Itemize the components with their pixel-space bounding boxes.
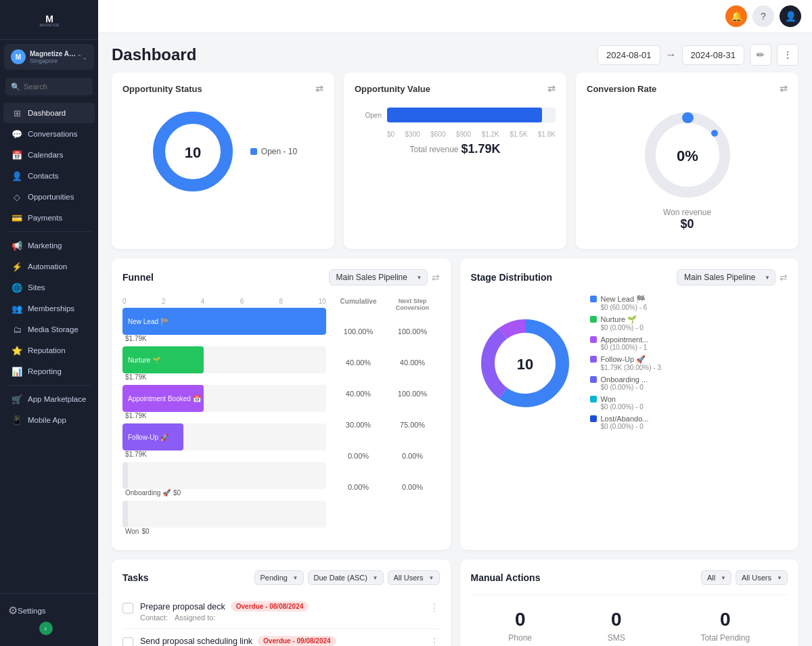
stat-row: 40.00% 40.00% (332, 349, 440, 376)
more-options-button[interactable]: ⋮ (777, 44, 798, 66)
sidebar-item-app-marketplace[interactable]: 🛒 App Marketplace (3, 389, 95, 409)
revenue-label: Total revenue (409, 145, 458, 154)
funnel-header-left: Funnel (122, 272, 154, 283)
task-meta: Contact: Assigned to: (140, 614, 422, 622)
agency-avatar: M (11, 49, 26, 64)
opportunity-status-title: Opportunity Status ⇄ (122, 83, 323, 94)
stage-legend-item: Onboarding ...$0 (0.00%) - 0 (590, 375, 788, 391)
search-icon: 🔍 (11, 83, 20, 91)
opportunity-value-settings-icon[interactable]: ⇄ (547, 83, 556, 94)
sidebar-item-opportunities[interactable]: ◇ Opportunities (3, 187, 95, 207)
tasks-card: Tasks Pending Due Date (ASC) (112, 559, 451, 646)
stage-legend-item: Appointment...$0 (10.00%) - 1 (590, 336, 788, 351)
stat-row: 30.00% 75.00% (332, 411, 440, 438)
ma-users-select[interactable]: All Users (736, 570, 788, 585)
user-avatar[interactable]: 👤 (780, 5, 801, 27)
memberships-icon: 👥 (12, 303, 22, 314)
sidebar-item-dashboard[interactable]: ⊞ Dashboard (3, 103, 95, 123)
topbar: 🔔 ? 👤 (98, 0, 812, 33)
sidebar-item-label: Automation (28, 262, 67, 271)
legend-text: New Lead 🏁$0 (60.00%) - 6 (601, 295, 648, 311)
manual-actions-header: Manual Actions All All Users (471, 570, 788, 585)
funnel-row: Won$0 (122, 501, 326, 535)
sites-icon: 🌐 (12, 282, 22, 293)
date-start[interactable]: 2024-08-01 (597, 45, 660, 65)
sidebar-item-reporting[interactable]: 📊 Reporting (3, 361, 95, 382)
sidebar-item-label: Calendars (28, 151, 63, 159)
funnel-x-axis: 0 2 4 6 8 10 (122, 295, 326, 305)
notification-icon[interactable]: 🔔 (725, 5, 747, 27)
task-more-icon[interactable]: ⋮ (429, 601, 440, 614)
agency-name: Magnetize Agency (30, 50, 76, 57)
tasks-users-select[interactable]: All Users (388, 570, 440, 585)
sidebar-item-contacts[interactable]: 👤 Contacts (3, 166, 95, 186)
conversion-rate-settings-icon[interactable]: ⇄ (780, 83, 788, 94)
task-overdue-badge: Overdue - 08/08/2024 (231, 601, 309, 612)
funnel-settings-icon[interactable]: ⇄ (432, 272, 440, 283)
sidebar-item-calendars[interactable]: 📅 Calendars (3, 145, 95, 165)
manual-actions-filters: All All Users (701, 570, 788, 585)
sidebar-item-automation[interactable]: ⚡ Automation (3, 256, 95, 277)
revenue-row: Total revenue $1.79K (355, 142, 556, 156)
ma-phone-label: Phone (508, 633, 532, 643)
reporting-icon: 📊 (12, 366, 22, 377)
sidebar-item-settings[interactable]: ⚙ Settings (0, 599, 98, 622)
legend-dot (590, 396, 597, 402)
nav-section: ⊞ Dashboard 💬 Conversations 📅 Calendars … (0, 99, 98, 434)
sidebar-item-conversations[interactable]: 💬 Conversations (3, 124, 95, 144)
cumulative-header: Cumulative (332, 295, 386, 314)
ma-type-select[interactable]: All (701, 570, 731, 585)
stage-legend-item: Nurture 🌱$0 (0.00%) - 0 (590, 315, 788, 331)
help-icon[interactable]: ? (752, 5, 774, 27)
funnel-row: Onboarding 🚀$0 (122, 462, 326, 497)
collapse-button[interactable]: ‹ (39, 622, 53, 635)
ma-sms-count: 0 SMS (608, 609, 625, 643)
main-content: 🔔 ? 👤 Dashboard 2024-08-01 → 2024-08-31 … (98, 0, 812, 646)
sidebar-item-reputation[interactable]: ⭐ Reputation (3, 340, 95, 361)
tasks-sort-select[interactable]: Due Date (ASC) (308, 570, 384, 585)
sidebar-item-label: Opportunities (28, 193, 74, 201)
sidebar-item-label: Reporting (28, 367, 62, 375)
funnel-row: Appointment Booked 📅 $1.79K (122, 385, 326, 419)
sidebar-item-marketing[interactable]: 📢 Marketing (3, 235, 95, 256)
search-box[interactable]: 🔍 ⌘K + (5, 78, 93, 95)
stage-donut-svg: 10 (471, 309, 579, 417)
task-name: Prepare proposal deck Overdue - 08/08/20… (140, 601, 422, 612)
nav-divider-2 (7, 385, 91, 386)
sidebar-item-label: Media Storage (28, 325, 78, 333)
stage-settings-icon[interactable]: ⇄ (780, 272, 788, 283)
task-more-icon[interactable]: ⋮ (429, 636, 440, 646)
funnel-row: Nurture 🌱 $1.79K (122, 346, 326, 381)
calendars-icon: 📅 (12, 149, 22, 160)
funnel-stats-header: Cumulative Next StepConversion (332, 295, 440, 314)
sidebar-item-sites[interactable]: 🌐 Sites (3, 277, 95, 298)
gauge-chart-wrap: 0% Won revenue $0 (587, 101, 788, 238)
opportunity-status-settings-icon[interactable]: ⇄ (315, 83, 323, 94)
gauge-chart: 0% (640, 108, 735, 202)
stage-pipeline-select[interactable]: Main Sales Pipeline (677, 269, 775, 285)
donut-legend: Open - 10 (250, 147, 297, 156)
task-checkbox[interactable] (122, 603, 133, 614)
funnel-stats: Cumulative Next StepConversion 100.00% 1… (332, 295, 440, 539)
funnel-content: 0 2 4 6 8 10 New Lead 🏁 $1.79K (122, 295, 440, 539)
stage-title: Stage Distribution (471, 272, 553, 283)
sidebar-item-memberships[interactable]: 👥 Memberships (3, 298, 95, 319)
sidebar-bottom: ⚙ Settings ‹ (0, 593, 98, 646)
settings-icon: ⚙ (8, 604, 18, 617)
stage-pipeline-select-wrap: Main Sales Pipeline (677, 269, 775, 285)
tasks-status-select[interactable]: Pending (254, 570, 304, 585)
svg-text:10: 10 (185, 144, 201, 161)
funnel-pipeline-select[interactable]: Main Sales Pipeline (329, 269, 428, 285)
sidebar-item-media-storage[interactable]: 🗂 Media Storage (3, 319, 95, 340)
won-revenue-value: $0 (663, 217, 711, 231)
funnel-header: Funnel Main Sales Pipeline ⇄ (122, 269, 440, 285)
sidebar-item-payments[interactable]: 💳 Payments (3, 208, 95, 228)
search-input[interactable] (24, 83, 98, 91)
date-end[interactable]: 2024-08-31 (682, 45, 745, 65)
task-checkbox[interactable] (122, 637, 133, 646)
edit-date-button[interactable]: ✏ (750, 44, 771, 66)
agency-selector[interactable]: M Magnetize Agency Singapore ⌃⌄ (4, 44, 94, 70)
sidebar-item-mobile-app[interactable]: 📱 Mobile App (3, 410, 95, 430)
next-step-header: Next StepConversion (386, 295, 440, 314)
page-title: Dashboard (112, 45, 196, 64)
